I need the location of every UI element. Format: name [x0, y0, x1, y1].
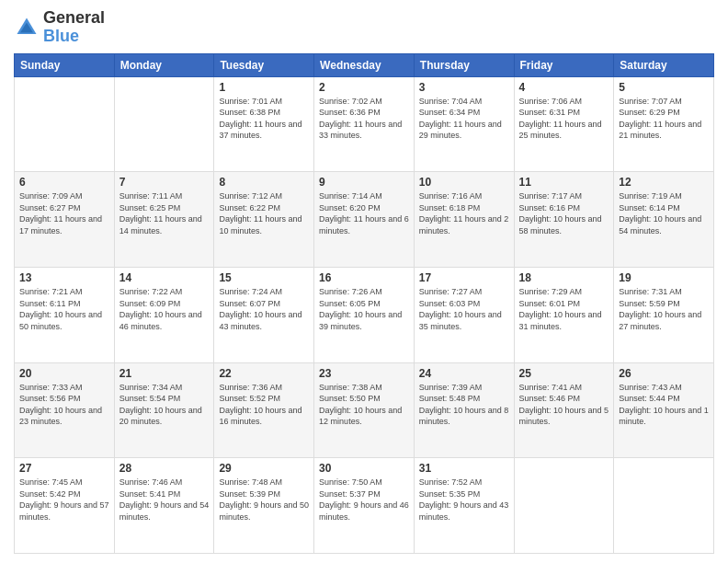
day-info: Sunrise: 7:29 AM Sunset: 6:01 PM Dayligh…	[519, 286, 609, 332]
day-info: Sunrise: 7:50 AM Sunset: 5:37 PM Dayligh…	[319, 477, 409, 523]
calendar-cell: 19Sunrise: 7:31 AM Sunset: 5:59 PM Dayli…	[614, 267, 714, 362]
calendar-table: SundayMondayTuesdayWednesdayThursdayFrid…	[14, 53, 714, 554]
day-number: 29	[219, 462, 309, 475]
day-info: Sunrise: 7:06 AM Sunset: 6:31 PM Dayligh…	[519, 96, 609, 142]
day-info: Sunrise: 7:41 AM Sunset: 5:46 PM Dayligh…	[519, 382, 609, 428]
day-info: Sunrise: 7:19 AM Sunset: 6:14 PM Dayligh…	[619, 190, 709, 236]
day-info: Sunrise: 7:16 AM Sunset: 6:18 PM Dayligh…	[419, 190, 509, 236]
calendar-cell: 29Sunrise: 7:48 AM Sunset: 5:39 PM Dayli…	[214, 458, 314, 554]
day-number: 19	[619, 271, 709, 284]
day-number: 15	[219, 271, 309, 284]
calendar-cell	[614, 458, 714, 554]
day-info: Sunrise: 7:14 AM Sunset: 6:20 PM Dayligh…	[319, 190, 409, 236]
weekday-header-row: SundayMondayTuesdayWednesdayThursdayFrid…	[15, 53, 714, 76]
calendar-cell: 11Sunrise: 7:17 AM Sunset: 6:16 PM Dayli…	[514, 172, 614, 268]
calendar-cell: 1Sunrise: 7:01 AM Sunset: 6:38 PM Daylig…	[214, 76, 314, 172]
logo-icon	[14, 15, 40, 40]
calendar-cell: 10Sunrise: 7:16 AM Sunset: 6:18 PM Dayli…	[414, 172, 514, 268]
day-number: 13	[19, 271, 109, 284]
calendar-cell: 4Sunrise: 7:06 AM Sunset: 6:31 PM Daylig…	[514, 76, 614, 172]
day-number: 10	[419, 176, 509, 189]
weekday-header-monday: Monday	[114, 53, 214, 76]
calendar-cell	[114, 76, 214, 172]
calendar-cell: 12Sunrise: 7:19 AM Sunset: 6:14 PM Dayli…	[614, 172, 714, 268]
day-info: Sunrise: 7:17 AM Sunset: 6:16 PM Dayligh…	[519, 190, 609, 236]
day-info: Sunrise: 7:34 AM Sunset: 5:54 PM Dayligh…	[119, 382, 210, 428]
day-info: Sunrise: 7:04 AM Sunset: 6:34 PM Dayligh…	[419, 96, 509, 142]
day-number: 6	[19, 176, 109, 189]
logo: General Blue	[14, 9, 105, 46]
day-number: 28	[119, 462, 210, 475]
calendar-cell: 21Sunrise: 7:34 AM Sunset: 5:54 PM Dayli…	[114, 362, 214, 458]
day-info: Sunrise: 7:09 AM Sunset: 6:27 PM Dayligh…	[19, 190, 109, 236]
day-number: 11	[519, 176, 609, 189]
logo-text: General Blue	[43, 9, 105, 46]
calendar-cell: 30Sunrise: 7:50 AM Sunset: 5:37 PM Dayli…	[314, 458, 415, 554]
calendar-cell: 7Sunrise: 7:11 AM Sunset: 6:25 PM Daylig…	[114, 172, 214, 268]
week-row-3: 13Sunrise: 7:21 AM Sunset: 6:11 PM Dayli…	[15, 267, 714, 362]
calendar-cell: 3Sunrise: 7:04 AM Sunset: 6:34 PM Daylig…	[414, 76, 514, 172]
weekday-header-friday: Friday	[514, 53, 614, 76]
day-number: 7	[119, 176, 210, 189]
calendar-cell: 18Sunrise: 7:29 AM Sunset: 6:01 PM Dayli…	[514, 267, 614, 362]
day-number: 24	[419, 367, 509, 380]
calendar-cell: 6Sunrise: 7:09 AM Sunset: 6:27 PM Daylig…	[15, 172, 115, 268]
calendar-cell: 22Sunrise: 7:36 AM Sunset: 5:52 PM Dayli…	[214, 362, 314, 458]
day-info: Sunrise: 7:11 AM Sunset: 6:25 PM Dayligh…	[119, 190, 210, 236]
calendar-cell: 5Sunrise: 7:07 AM Sunset: 6:29 PM Daylig…	[614, 76, 714, 172]
day-info: Sunrise: 7:01 AM Sunset: 6:38 PM Dayligh…	[219, 96, 309, 142]
day-info: Sunrise: 7:43 AM Sunset: 5:44 PM Dayligh…	[619, 382, 709, 428]
weekday-header-tuesday: Tuesday	[214, 53, 314, 76]
day-info: Sunrise: 7:12 AM Sunset: 6:22 PM Dayligh…	[219, 190, 309, 236]
day-info: Sunrise: 7:33 AM Sunset: 5:56 PM Dayligh…	[19, 382, 109, 428]
calendar-cell: 27Sunrise: 7:45 AM Sunset: 5:42 PM Dayli…	[15, 458, 115, 554]
day-info: Sunrise: 7:24 AM Sunset: 6:07 PM Dayligh…	[219, 286, 309, 332]
logo-blue: Blue	[43, 27, 79, 45]
day-number: 31	[419, 462, 509, 475]
weekday-header-sunday: Sunday	[15, 53, 115, 76]
calendar-cell: 15Sunrise: 7:24 AM Sunset: 6:07 PM Dayli…	[214, 267, 314, 362]
day-number: 4	[519, 81, 609, 94]
day-number: 17	[419, 271, 509, 284]
day-number: 3	[419, 81, 509, 94]
header: General Blue	[14, 9, 714, 46]
calendar-cell: 24Sunrise: 7:39 AM Sunset: 5:48 PM Dayli…	[414, 362, 514, 458]
day-info: Sunrise: 7:38 AM Sunset: 5:50 PM Dayligh…	[319, 382, 409, 428]
day-number: 12	[619, 176, 709, 189]
day-number: 21	[119, 367, 210, 380]
calendar-cell: 9Sunrise: 7:14 AM Sunset: 6:20 PM Daylig…	[314, 172, 415, 268]
calendar-cell: 8Sunrise: 7:12 AM Sunset: 6:22 PM Daylig…	[214, 172, 314, 268]
day-number: 5	[619, 81, 709, 94]
weekday-header-saturday: Saturday	[614, 53, 714, 76]
day-info: Sunrise: 7:02 AM Sunset: 6:36 PM Dayligh…	[319, 96, 409, 142]
calendar-cell: 31Sunrise: 7:52 AM Sunset: 5:35 PM Dayli…	[414, 458, 514, 554]
calendar-cell: 20Sunrise: 7:33 AM Sunset: 5:56 PM Dayli…	[15, 362, 115, 458]
calendar-cell: 13Sunrise: 7:21 AM Sunset: 6:11 PM Dayli…	[15, 267, 115, 362]
day-info: Sunrise: 7:22 AM Sunset: 6:09 PM Dayligh…	[119, 286, 210, 332]
weekday-header-wednesday: Wednesday	[314, 53, 415, 76]
day-info: Sunrise: 7:21 AM Sunset: 6:11 PM Dayligh…	[19, 286, 109, 332]
calendar-cell: 17Sunrise: 7:27 AM Sunset: 6:03 PM Dayli…	[414, 267, 514, 362]
weekday-header-thursday: Thursday	[414, 53, 514, 76]
calendar-cell: 2Sunrise: 7:02 AM Sunset: 6:36 PM Daylig…	[314, 76, 415, 172]
day-info: Sunrise: 7:27 AM Sunset: 6:03 PM Dayligh…	[419, 286, 509, 332]
calendar-cell	[15, 76, 115, 172]
calendar-cell	[514, 458, 614, 554]
day-info: Sunrise: 7:45 AM Sunset: 5:42 PM Dayligh…	[19, 477, 109, 523]
day-number: 30	[319, 462, 409, 475]
day-number: 2	[319, 81, 409, 94]
day-info: Sunrise: 7:48 AM Sunset: 5:39 PM Dayligh…	[219, 477, 309, 523]
day-number: 9	[319, 176, 409, 189]
day-number: 22	[219, 367, 309, 380]
day-number: 26	[619, 367, 709, 380]
day-number: 25	[519, 367, 609, 380]
calendar-cell: 23Sunrise: 7:38 AM Sunset: 5:50 PM Dayli…	[314, 362, 415, 458]
week-row-2: 6Sunrise: 7:09 AM Sunset: 6:27 PM Daylig…	[15, 172, 714, 268]
day-number: 18	[519, 271, 609, 284]
week-row-4: 20Sunrise: 7:33 AM Sunset: 5:56 PM Dayli…	[15, 362, 714, 458]
page: General Blue SundayMondayTuesdayWednesda…	[0, 0, 728, 563]
calendar-cell: 25Sunrise: 7:41 AM Sunset: 5:46 PM Dayli…	[514, 362, 614, 458]
day-number: 20	[19, 367, 109, 380]
day-number: 16	[319, 271, 409, 284]
week-row-1: 1Sunrise: 7:01 AM Sunset: 6:38 PM Daylig…	[15, 76, 714, 172]
